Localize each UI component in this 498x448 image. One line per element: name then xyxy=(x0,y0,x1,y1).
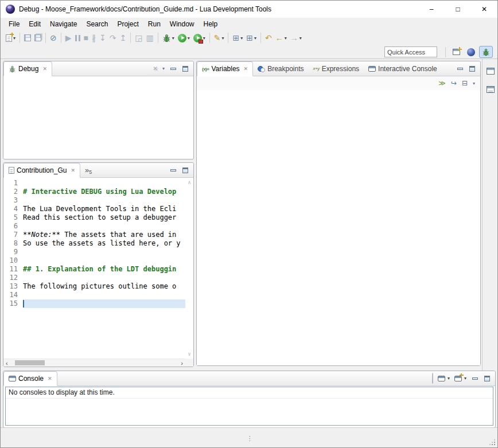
view-menu-icon[interactable]: ▾ xyxy=(162,66,165,71)
step-into-button[interactable]: ↧ xyxy=(98,32,108,44)
disconnect-button[interactable]: ∦ xyxy=(90,32,98,44)
code-text[interactable] xyxy=(23,248,185,256)
suspend-button[interactable] xyxy=(73,32,82,44)
open-element-button[interactable]: ⊞ ▾ xyxy=(244,32,258,44)
line-number[interactable]: 14 xyxy=(3,291,23,299)
chevron-down-icon[interactable]: ▾ xyxy=(221,36,224,41)
step-over-button[interactable]: ↷ xyxy=(108,32,118,44)
line-number[interactable]: 11 xyxy=(3,265,23,274)
line-number[interactable]: 13 xyxy=(3,282,23,291)
chevron-down-icon[interactable]: ▾ xyxy=(448,376,450,381)
code-text[interactable] xyxy=(23,179,185,188)
drop-to-frame-button[interactable]: ◲ xyxy=(133,32,144,44)
code-text[interactable]: The following pictures outline some o xyxy=(23,282,185,291)
code-text[interactable]: # Interactive DEBUG using Lua Develop xyxy=(23,188,185,196)
maximize-window-button[interactable]: □ xyxy=(445,1,471,18)
step-return-button[interactable]: ↥ xyxy=(118,32,128,44)
resize-grip-icon[interactable] xyxy=(489,439,496,446)
run-button[interactable]: ▾ xyxy=(176,32,192,44)
insert-variable-icon[interactable]: ↪ xyxy=(451,79,457,87)
tab-breakpoints[interactable]: Breakpoints xyxy=(253,61,308,76)
code-text[interactable] xyxy=(23,196,185,205)
close-icon[interactable]: ✕ xyxy=(42,66,47,72)
menu-project[interactable]: Project xyxy=(112,18,143,30)
code-text[interactable]: The Lua Development Tools in the Ecli xyxy=(23,205,185,213)
minimize-window-button[interactable]: – xyxy=(418,1,445,18)
last-edit-location-button[interactable]: ↶ xyxy=(263,32,274,44)
scrollbar-track[interactable] xyxy=(10,359,179,367)
scroll-down-icon[interactable]: ∨ xyxy=(188,351,192,357)
menu-run[interactable]: Run xyxy=(143,18,165,30)
quick-access-input[interactable] xyxy=(384,46,437,57)
mark-occurrences-button[interactable]: ✎ ▾ xyxy=(212,32,226,44)
scroll-up-icon[interactable]: ∧ xyxy=(188,180,192,185)
close-icon[interactable]: ✕ xyxy=(71,167,75,173)
debug-button[interactable]: ▾ xyxy=(161,32,176,44)
chevron-down-icon[interactable]: ▾ xyxy=(299,36,302,41)
line-number[interactable]: 12 xyxy=(3,274,23,282)
menu-window[interactable]: Window xyxy=(165,18,199,30)
debug-view-content[interactable] xyxy=(3,76,193,159)
code-text[interactable] xyxy=(23,274,185,282)
restore-view-button-1[interactable] xyxy=(485,66,496,76)
line-number[interactable]: 2 xyxy=(3,188,23,196)
line-number[interactable]: 10 xyxy=(3,256,23,265)
maximize-view-button[interactable] xyxy=(181,65,189,73)
chevron-down-icon[interactable]: ▾ xyxy=(254,36,256,41)
chevron-down-icon[interactable]: ▾ xyxy=(188,36,190,41)
collapse-all-icon[interactable]: ⊟ xyxy=(462,79,468,87)
remove-terminated-icon[interactable]: ✕ xyxy=(153,65,158,72)
menu-search[interactable]: Search xyxy=(81,18,112,30)
display-console-button[interactable]: ▾ xyxy=(438,376,450,381)
maximize-view-button[interactable] xyxy=(468,65,476,73)
new-button[interactable]: ▾ xyxy=(4,32,17,44)
menu-help[interactable]: Help xyxy=(199,18,223,30)
chevron-down-icon[interactable]: ▾ xyxy=(285,36,287,41)
line-number[interactable]: 5 xyxy=(3,213,23,222)
minimize-view-button[interactable] xyxy=(169,166,177,174)
chevron-down-icon[interactable]: ▾ xyxy=(172,36,174,41)
close-icon[interactable]: ✕ xyxy=(48,376,52,381)
open-console-button[interactable]: ▾ xyxy=(454,376,466,381)
show-logical-structures-icon[interactable]: ≫ xyxy=(438,79,446,87)
terminate-button[interactable]: ■ xyxy=(82,32,90,44)
resume-button[interactable]: ▶ xyxy=(64,32,73,44)
console-content[interactable]: No consoles to display at this time. xyxy=(5,387,493,426)
line-number[interactable]: 15 xyxy=(3,299,23,308)
external-tools-button[interactable]: ▾ xyxy=(192,32,207,44)
skip-all-breakpoints-button[interactable]: ⊘ xyxy=(48,32,59,44)
debug-perspective-button[interactable] xyxy=(479,46,493,58)
minimize-view-button[interactable] xyxy=(169,65,177,73)
view-menu-icon[interactable]: ▾ xyxy=(473,81,475,86)
code-text[interactable]: **Note:** The assets that are used in xyxy=(23,231,185,239)
code-text[interactable] xyxy=(23,256,185,265)
forward-button[interactable]: → ▾ xyxy=(289,32,304,44)
menu-edit[interactable]: Edit xyxy=(24,18,45,30)
line-number[interactable]: 6 xyxy=(3,222,23,231)
save-all-button[interactable] xyxy=(33,32,43,44)
line-number[interactable]: 7 xyxy=(3,231,23,239)
scroll-left-icon[interactable]: ‹ xyxy=(6,360,8,367)
menu-file[interactable]: File xyxy=(4,18,24,30)
restore-view-button-2[interactable] xyxy=(485,84,496,95)
line-number[interactable]: 3 xyxy=(3,196,23,205)
tab-debug[interactable]: Debug ✕ xyxy=(3,61,52,76)
code-text[interactable]: ## 1. Explanation of the LDT debuggin xyxy=(23,265,185,274)
code-text[interactable] xyxy=(23,222,185,231)
code-text[interactable]: So use the assets as listed here, or y xyxy=(23,239,185,248)
chevron-down-icon[interactable]: ▾ xyxy=(203,36,205,41)
scroll-right-icon[interactable]: › xyxy=(181,360,183,367)
drag-handle-icon[interactable]: ⋮ xyxy=(247,435,252,442)
chevron-down-icon[interactable]: ▾ xyxy=(240,36,243,41)
horizontal-scrollbar[interactable]: ‹ › xyxy=(3,359,185,367)
line-number[interactable]: 1 xyxy=(3,179,23,188)
maximize-view-button[interactable] xyxy=(181,166,189,174)
use-step-filters-button[interactable]: ▥ xyxy=(144,32,155,44)
variables-content[interactable] xyxy=(197,90,480,365)
scrollbar-thumb[interactable] xyxy=(15,360,45,365)
line-number[interactable]: 8 xyxy=(3,239,23,248)
line-number[interactable]: 4 xyxy=(3,205,23,213)
tab-expressions[interactable]: x+y Expressions xyxy=(309,61,364,76)
maximize-view-button[interactable] xyxy=(483,375,491,383)
code-text[interactable]: Read this section to setup a debugger xyxy=(23,213,185,222)
